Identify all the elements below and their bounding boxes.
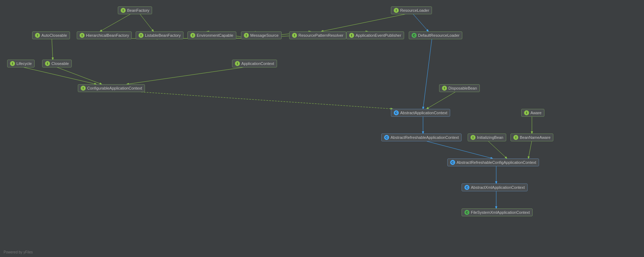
powered-by: Powered by yFiles bbox=[4, 250, 33, 254]
label-abstractrefreshableconfigapplicationcontext: AbstractRefreshableConfigApplicationCont… bbox=[457, 160, 536, 165]
svg-line-3 bbox=[412, 13, 428, 31]
icon-abstractapplicationcontext: C bbox=[394, 110, 399, 115]
node-resourcepatternresolver[interactable]: I ResourcePatternResolver bbox=[289, 31, 346, 39]
node-filesystemxmlapplicationcontext[interactable]: C FileSystemXmlApplicationContext bbox=[462, 208, 533, 216]
icon-listablebeanfactory: I bbox=[139, 33, 144, 38]
svg-line-15 bbox=[423, 38, 432, 109]
icon-closeable: I bbox=[45, 61, 50, 66]
label-applicationeventpublisher: ApplicationEventPublisher bbox=[356, 33, 401, 37]
label-applicationcontext: ApplicationContext bbox=[241, 61, 274, 66]
node-disposablebean[interactable]: I DisposableBean bbox=[439, 84, 480, 92]
icon-abstractrefreshableapplicationcontext: C bbox=[384, 135, 389, 140]
label-beanfactory: BeanFactory bbox=[127, 8, 149, 12]
node-abstractapplicationcontext[interactable]: C AbstractApplicationContext bbox=[391, 109, 450, 117]
label-hierarchicalbeanfactory: HierarchicalBeanFactory bbox=[86, 33, 129, 37]
svg-line-14 bbox=[127, 91, 393, 109]
label-defaultresourceloader: DefaultResourceLoader bbox=[418, 33, 459, 37]
label-messagesource: MessageSource bbox=[250, 33, 279, 37]
node-beannameaware[interactable]: I BeanNameAware bbox=[510, 133, 553, 141]
node-configurableapplicationcontext[interactable]: I ConfigurableApplicationContext bbox=[78, 84, 145, 92]
node-hierarchicalbeanfactory[interactable]: I HierarchicalBeanFactory bbox=[77, 31, 132, 39]
node-aware[interactable]: I Aware bbox=[521, 109, 544, 117]
node-lifecycle[interactable]: I Lifecycle bbox=[7, 60, 35, 67]
label-configurableapplicationcontext: ConfigurableApplicationContext bbox=[87, 86, 142, 90]
svg-line-4 bbox=[52, 38, 53, 60]
label-aware: Aware bbox=[530, 111, 542, 115]
label-beannameaware: BeanNameAware bbox=[520, 135, 550, 140]
node-abstractrefreshableconfigapplicationcontext[interactable]: C AbstractRefreshableConfigApplicationCo… bbox=[447, 158, 539, 166]
label-abstractrefreshableapplicationcontext: AbstractRefreshableApplicationContext bbox=[391, 135, 459, 140]
svg-line-1 bbox=[139, 13, 154, 31]
label-disposablebean: DisposableBean bbox=[448, 86, 477, 90]
icon-resourceloader: I bbox=[394, 8, 399, 13]
icon-lifecycle: I bbox=[10, 61, 15, 66]
icon-beanfactory: I bbox=[121, 8, 126, 13]
node-defaultresourceloader[interactable]: C DefaultResourceLoader bbox=[409, 31, 462, 39]
svg-line-0 bbox=[100, 13, 132, 31]
node-autocloseable[interactable]: I AutoCloseable bbox=[32, 31, 70, 39]
icon-environmentcapable: I bbox=[190, 33, 195, 38]
icon-autocloseable: I bbox=[35, 33, 40, 38]
svg-line-16 bbox=[427, 91, 457, 109]
label-resourceloader: ResourceLoader bbox=[400, 8, 429, 12]
icon-resourcepatternresolver: I bbox=[292, 33, 297, 38]
icon-abstractrefreshableconfigapplicationcontext: C bbox=[450, 160, 455, 165]
node-beanfactory[interactable]: I BeanFactory bbox=[118, 6, 152, 14]
icon-aware: I bbox=[524, 110, 529, 115]
label-environmentcapable: EnvironmentCapable bbox=[197, 33, 233, 37]
icon-applicationcontext: I bbox=[235, 61, 240, 66]
label-abstractapplicationcontext: AbstractApplicationContext bbox=[400, 111, 447, 115]
node-abstractrefreshableapplicationcontext[interactable]: C AbstractRefreshableApplicationContext bbox=[381, 133, 462, 141]
icon-abstractxmlapplicationcontext: C bbox=[464, 185, 469, 190]
label-filesystemxmlapplicationcontext: FileSystemXmlApplicationContext bbox=[471, 210, 530, 215]
node-applicationeventpublisher[interactable]: I ApplicationEventPublisher bbox=[346, 31, 404, 39]
node-messagesource[interactable]: I MessageSource bbox=[241, 31, 282, 39]
node-environmentcapable[interactable]: I EnvironmentCapable bbox=[187, 31, 236, 39]
node-listablebeanfactory[interactable]: I ListableBeanFactory bbox=[136, 31, 183, 39]
svg-line-20 bbox=[487, 140, 507, 158]
svg-line-21 bbox=[528, 140, 532, 158]
node-initializingbean[interactable]: I InitializingBean bbox=[468, 133, 506, 141]
label-lifecycle: Lifecycle bbox=[16, 61, 32, 66]
svg-line-2 bbox=[321, 13, 410, 31]
node-closeable[interactable]: I Closeable bbox=[42, 60, 72, 67]
node-abstractxmlapplicationcontext[interactable]: C AbstractXmlApplicationContext bbox=[462, 183, 528, 191]
icon-applicationeventpublisher: I bbox=[349, 33, 354, 38]
icon-beannameaware: I bbox=[513, 135, 518, 140]
label-resourcepatternresolver: ResourcePatternResolver bbox=[298, 33, 343, 37]
icon-configurableapplicationcontext: I bbox=[81, 86, 86, 91]
svg-line-12 bbox=[55, 66, 102, 84]
svg-line-19 bbox=[423, 140, 493, 158]
icon-filesystemxmlapplicationcontext: C bbox=[464, 210, 469, 215]
node-applicationcontext[interactable]: I ApplicationContext bbox=[232, 60, 277, 67]
icon-initializingbean: I bbox=[471, 135, 476, 140]
icon-defaultresourceloader: C bbox=[412, 33, 417, 38]
diagram-container: I BeanFactory I ResourceLoader I AutoClo… bbox=[0, 0, 644, 257]
icon-disposablebean: I bbox=[442, 86, 447, 91]
label-initializingbean: InitializingBean bbox=[477, 135, 503, 140]
node-resourceloader[interactable]: I ResourceLoader bbox=[391, 6, 432, 14]
label-closeable: Closeable bbox=[51, 61, 69, 66]
icon-messagesource: I bbox=[244, 33, 249, 38]
icon-hierarchicalbeanfactory: I bbox=[80, 33, 85, 38]
label-listablebeanfactory: ListableBeanFactory bbox=[145, 33, 181, 37]
label-autocloseable: AutoCloseable bbox=[41, 33, 67, 37]
svg-line-13 bbox=[127, 66, 250, 84]
svg-line-11 bbox=[20, 66, 96, 84]
label-abstractxmlapplicationcontext: AbstractXmlApplicationContext bbox=[471, 185, 525, 190]
